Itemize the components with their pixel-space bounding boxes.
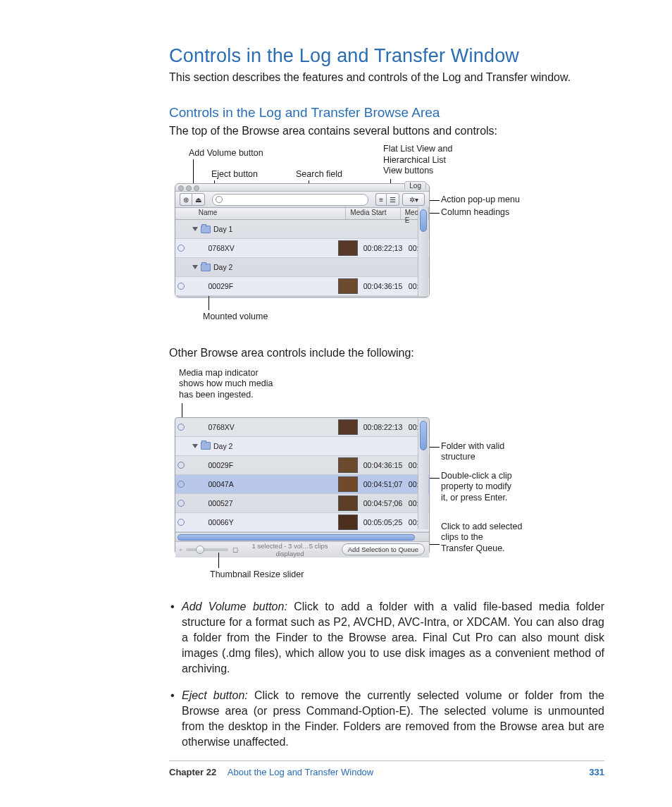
clip-media-start[interactable]: 00:04:51;07 — [358, 480, 409, 488]
vertical-scrollbar[interactable] — [418, 207, 428, 296]
callout-mounted-volume: Mounted volume — [203, 312, 268, 323]
callout-eject: Eject button — [211, 169, 258, 180]
ingest-indicator-icon — [178, 500, 185, 507]
list-item-clip[interactable]: 00066Y 00:05:05;25 00:00: — [175, 513, 429, 532]
flat-list-view-button[interactable]: ≡ — [375, 193, 386, 206]
heading-browse-area: Controls in the Log and Transfer Browse … — [169, 105, 604, 121]
desc-add-volume: Add Volume button: Click to add a folder… — [169, 599, 604, 677]
ingest-indicator-icon — [178, 245, 185, 252]
action-popup-button[interactable]: ✲▾ — [402, 193, 425, 206]
clip-thumbnail — [338, 457, 358, 473]
chevron-down-icon[interactable] — [192, 265, 198, 269]
ingest-indicator-icon — [178, 481, 185, 488]
callout-column-headings: Column headings — [441, 207, 509, 218]
clip-media-start[interactable]: 00:05:05;25 — [358, 518, 409, 526]
heading-browse-description: The top of the Browse area contains seve… — [169, 123, 604, 139]
browse-rows: Day 1 0768XV 00:08:22;13 00:00: Day 2 00… — [175, 220, 429, 296]
clip-label: 00029F — [208, 461, 233, 469]
clip-label: 00029F — [208, 282, 233, 290]
list-item-folder[interactable]: Day 1 — [175, 220, 429, 239]
add-volume-button[interactable]: ⊕ — [180, 193, 192, 206]
callout-view-buttons: Flat List View and Hierarchical List Vie… — [383, 144, 452, 177]
col-name[interactable]: Name — [194, 208, 347, 219]
clip-thumbnail — [338, 419, 358, 435]
page-footer: Chapter 22 About the Log and Transfer Wi… — [169, 760, 604, 777]
folder-label: Day 1 — [213, 225, 232, 233]
heading-main: Controls in the Log and Transfer Window — [169, 45, 604, 67]
term-add-volume: Add Volume button: — [182, 600, 287, 612]
clip-thumbnail — [338, 240, 358, 256]
folder-icon — [201, 442, 211, 450]
callout-media-map: Media map indicator shows how much media… — [179, 368, 273, 401]
browse-rows: 0768XV 00:08:22:13 00:00: Day 2 00029F 0… — [175, 418, 429, 532]
window-titlebar: Log — [175, 184, 429, 192]
callout-thumb-slider: Thumbnail Resize slider — [210, 569, 304, 581]
thumbnail-large-icon: ◻ — [232, 546, 238, 553]
browse-bottom-bar: ▫ ◻ 1 selected - 3 vol…5 clips displayed… — [175, 541, 429, 557]
figure-browse-top: Add Volume button Eject button Search fi… — [169, 148, 604, 324]
clip-media-start[interactable]: 00:04:57;06 — [358, 499, 409, 507]
callout-double-click: Double-click a clip property to modify i… — [441, 471, 512, 504]
footer-title: About the Log and Transfer Window — [228, 767, 373, 777]
description-list: Add Volume button: Click to add a folder… — [169, 599, 604, 751]
col-media-start[interactable]: Media Start — [346, 208, 400, 219]
clip-media-start[interactable]: 00:08:22;13 — [358, 244, 409, 252]
browse-toolbar: ⊕ ⏏ ≡ ☰ ✲▾ — [175, 192, 429, 208]
window-traffic-lights[interactable] — [178, 185, 199, 191]
ingest-indicator-icon — [178, 424, 185, 431]
horizontal-scrollbar[interactable] — [175, 532, 429, 541]
chevron-down-icon[interactable] — [192, 227, 198, 231]
footer-page-number: 331 — [589, 767, 604, 777]
clip-label: 0768XV — [208, 423, 234, 431]
other-controls-text: Other Browse area controls include the f… — [169, 345, 604, 361]
clip-media-start[interactable]: 00:08:22:13 — [358, 423, 409, 431]
callout-add-queue: Click to add selected clips to the Trans… — [441, 522, 522, 555]
callout-action-menu: Action pop-up menu — [441, 195, 520, 206]
browse-panel-lower: 0768XV 00:08:22:13 00:00: Day 2 00029F 0… — [175, 417, 430, 554]
clip-media-start[interactable]: 00:04:36:15 — [358, 461, 409, 469]
search-input[interactable] — [212, 194, 368, 206]
clip-label: 00047A — [208, 480, 233, 488]
folder-label: Day 2 — [213, 442, 232, 450]
clip-label: 0768XV — [208, 244, 234, 252]
browse-panel: Log ⊕ ⏏ ≡ ☰ ✲▾ Name Media Start Media E — [175, 183, 430, 297]
eject-button[interactable]: ⏏ — [192, 193, 205, 206]
thumbnail-small-icon: ▫ — [180, 546, 182, 553]
footer-chapter: Chapter 22 — [169, 767, 216, 777]
ingest-indicator-icon — [178, 462, 185, 469]
folder-label: Day 2 — [213, 263, 232, 271]
clip-thumbnail — [338, 278, 358, 294]
clip-thumbnail — [338, 495, 358, 511]
clip-thumbnail — [338, 515, 358, 530]
list-item-clip[interactable]: 000527 00:04:57;06 00:00: — [175, 494, 429, 513]
clip-label: 00066Y — [208, 518, 233, 526]
list-item-clip[interactable]: 00029F 00:04:36:15 00:00: — [175, 456, 429, 475]
list-item-folder[interactable]: Day 2 — [175, 437, 429, 456]
list-item-clip[interactable]: 0768XV 00:08:22;13 00:00: — [175, 239, 429, 258]
folder-icon — [201, 264, 211, 271]
list-item-clip[interactable]: 00047A 00:04:51;07 00:00: — [175, 475, 429, 494]
clip-thumbnail — [338, 476, 358, 492]
thumbnail-resize-slider[interactable] — [186, 548, 228, 551]
list-item-folder[interactable]: Day 2 — [175, 258, 429, 277]
hierarchical-list-view-button[interactable]: ☰ — [386, 193, 399, 206]
chevron-down-icon[interactable] — [192, 444, 198, 448]
column-headings-row[interactable]: Name Media Start Media E — [175, 208, 429, 220]
figure-browse-other: Media map indicator shows how much media… — [169, 368, 604, 586]
desc-eject: Eject button: Click to remove the curren… — [169, 688, 604, 750]
clip-media-start[interactable]: 00:04:36:15 — [358, 282, 409, 290]
folder-icon — [201, 226, 211, 233]
clip-label: 000527 — [208, 499, 232, 507]
tab-log[interactable]: Log — [404, 181, 426, 190]
ingest-indicator-icon — [178, 519, 185, 526]
list-item-clip[interactable]: 0768XV 00:08:22:13 00:00: — [175, 418, 429, 437]
vertical-scrollbar[interactable] — [418, 418, 428, 529]
ingest-indicator-icon — [178, 283, 185, 290]
add-selection-to-queue-button[interactable]: Add Selection to Queue — [342, 543, 425, 555]
term-eject: Eject button: — [182, 689, 248, 701]
list-item-clip[interactable]: 00029F 00:04:36:15 00:00: — [175, 277, 429, 296]
callout-add-volume: Add Volume button — [189, 148, 263, 159]
status-text: 1 selected - 3 vol…5 clips displayed — [242, 542, 337, 557]
heading-main-description: This section describes the features and … — [169, 70, 604, 85]
callout-search: Search field — [296, 169, 342, 180]
